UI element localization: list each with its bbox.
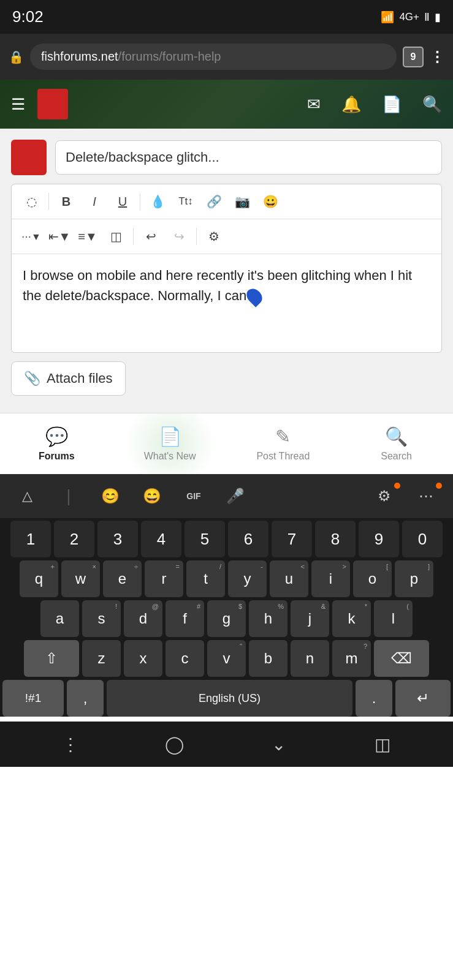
document-icon[interactable]: 📄 <box>382 95 402 114</box>
key-2[interactable]: 2 <box>54 521 94 557</box>
key-c[interactable]: c <box>166 640 204 677</box>
nav-item-post-thread[interactable]: ✎ Post Thread <box>227 413 340 474</box>
z-row: ⇧ z x c "v b n ?m ⌫ <box>2 640 451 677</box>
key-w[interactable]: ×w <box>61 560 100 597</box>
mic-button[interactable]: 🎤 <box>215 478 256 514</box>
bell-icon[interactable]: 🔔 <box>341 95 361 114</box>
key-g[interactable]: $g <box>207 600 246 637</box>
nav-label-post-thread: Post Thread <box>256 451 310 462</box>
symbols-key[interactable]: !#1 <box>2 680 64 717</box>
key-m[interactable]: ?m <box>332 640 371 677</box>
more-keyboard-button[interactable]: ⋯ <box>405 478 447 514</box>
key-z[interactable]: z <box>82 640 121 677</box>
underline-button[interactable]: U <box>109 188 136 215</box>
key-v[interactable]: "v <box>207 640 246 677</box>
key-s[interactable]: !s <box>82 600 121 637</box>
enter-key[interactable]: ↵ <box>395 680 451 717</box>
undo-button[interactable]: ↩ <box>137 223 164 250</box>
attach-files-label: Attach files <box>47 371 113 386</box>
more-options-button[interactable]: ⋯▼ <box>18 223 45 250</box>
shift-key[interactable]: ⇧ <box>24 640 79 677</box>
thread-title-input[interactable] <box>55 140 442 175</box>
hamburger-icon[interactable]: ☰ <box>11 95 25 114</box>
key-y[interactable]: -y <box>228 560 267 597</box>
key-a[interactable]: a <box>40 600 79 637</box>
eraser-button[interactable]: ◌ <box>18 188 45 215</box>
key-n[interactable]: n <box>291 640 329 677</box>
key-7[interactable]: 7 <box>272 521 312 557</box>
nav-item-whats-new[interactable]: 📄 What's New <box>113 413 227 474</box>
image-button[interactable]: 📷 <box>229 188 256 215</box>
bold-button[interactable]: B <box>53 188 80 215</box>
key-4[interactable]: 4 <box>141 521 181 557</box>
key-k[interactable]: *k <box>332 600 371 637</box>
gif-button[interactable]: GIF <box>173 478 215 514</box>
key-o[interactable]: [o <box>353 560 392 597</box>
key-t[interactable]: /t <box>186 560 225 597</box>
bottom-nav: 💬 Forums 📄 What's New ✎ Post Thread 🔍 Se… <box>0 413 453 474</box>
align-button[interactable]: ⇤▼ <box>46 223 73 250</box>
key-0[interactable]: 0 <box>402 521 443 557</box>
url-text: fishforums.net <box>41 50 118 64</box>
redo-button[interactable]: ↪ <box>166 223 192 250</box>
nav-item-search[interactable]: 🔍 Search <box>340 413 453 474</box>
search-icon[interactable]: 🔍 <box>422 95 442 114</box>
recent-apps-button[interactable]: ⋮ <box>52 726 89 763</box>
q-row: +q ×w ÷e =r /t -y <u >i [o ]p <box>2 560 451 597</box>
attach-files-button[interactable]: 📎 Attach files <box>11 361 126 396</box>
key-d[interactable]: @d <box>124 600 162 637</box>
font-size-button[interactable]: Tt↕ <box>172 188 199 215</box>
backspace-key[interactable]: ⌫ <box>374 640 429 677</box>
settings-keyboard-button[interactable]: ⚙ <box>364 478 405 514</box>
key-3[interactable]: 3 <box>97 521 138 557</box>
key-q[interactable]: +q <box>20 560 58 597</box>
signal-bars-icon: Ⅱ <box>424 10 430 24</box>
tab-count[interactable]: 9 <box>403 47 424 67</box>
forum-logo <box>37 89 68 119</box>
key-b[interactable]: b <box>249 640 287 677</box>
sticker-button[interactable]: 😄 <box>131 478 173 514</box>
link-button[interactable]: 🔗 <box>200 188 227 215</box>
keyboard-toolbar: △ | 😊 😄 GIF 🎤 ⚙ ⋯ <box>0 474 453 518</box>
battery-icon: ▮ <box>435 10 441 24</box>
editor-toolbar-row1: ◌ B I U 💧 Tt↕ 🔗 📷 😀 <box>12 184 441 219</box>
text-cursor <box>244 286 265 307</box>
key-i[interactable]: >i <box>311 560 350 597</box>
back-button[interactable]: ⌄ <box>260 726 297 763</box>
key-l[interactable]: (l <box>374 600 413 637</box>
key-8[interactable]: 8 <box>315 521 356 557</box>
key-p[interactable]: ]p <box>395 560 433 597</box>
key-x[interactable]: x <box>124 640 162 677</box>
table-button[interactable]: ◫ <box>102 223 129 250</box>
key-h[interactable]: %h <box>249 600 287 637</box>
keyboard-hide-button[interactable]: ◫ <box>364 726 401 763</box>
key-1[interactable]: 1 <box>10 521 51 557</box>
emoji-button[interactable]: 😀 <box>257 188 284 215</box>
key-j[interactable]: &j <box>291 600 329 637</box>
mail-icon[interactable]: ✉ <box>307 95 321 114</box>
key-6[interactable]: 6 <box>228 521 268 557</box>
list-button[interactable]: ≡▼ <box>74 223 101 250</box>
editor-body[interactable]: I browse on mobile and here recently it'… <box>12 254 441 352</box>
color-button[interactable]: 💧 <box>144 188 171 215</box>
key-u[interactable]: <u <box>270 560 308 597</box>
translate-button[interactable]: △ <box>6 478 48 514</box>
nav-item-forums[interactable]: 💬 Forums <box>0 413 113 474</box>
signal-text: 4G+ <box>399 11 419 23</box>
browser-more-button[interactable]: ⋮ <box>430 48 444 66</box>
comma-key[interactable]: , <box>67 680 104 717</box>
settings-button[interactable]: ⚙ <box>200 223 227 250</box>
key-5[interactable]: 5 <box>185 521 225 557</box>
user-avatar <box>11 140 47 175</box>
key-f[interactable]: #f <box>166 600 204 637</box>
key-9[interactable]: 9 <box>359 521 399 557</box>
emoji-keyboard-button[interactable]: 😊 <box>89 478 131 514</box>
url-bar[interactable]: fishforums.net /forums/forum-help <box>30 43 397 70</box>
post-thread-icon: ✎ <box>275 426 291 447</box>
key-r[interactable]: =r <box>145 560 183 597</box>
home-button[interactable]: ◯ <box>156 726 193 763</box>
italic-button[interactable]: I <box>81 188 108 215</box>
period-key[interactable]: . <box>356 680 392 717</box>
key-e[interactable]: ÷e <box>103 560 142 597</box>
space-key[interactable]: English (US) <box>107 680 352 717</box>
